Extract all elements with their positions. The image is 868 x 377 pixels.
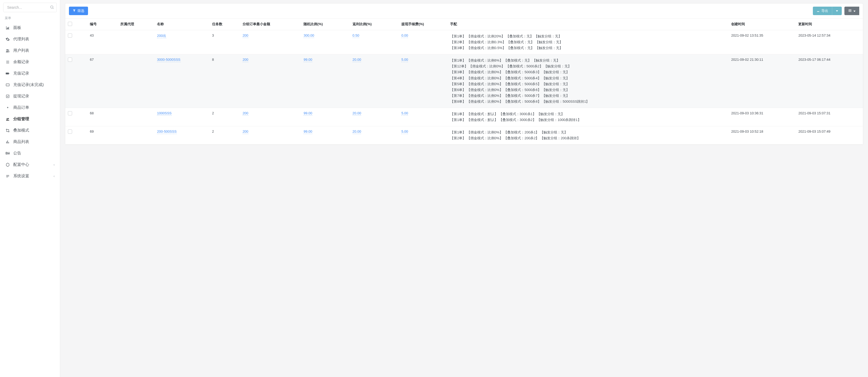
sidebar-item[interactable]: Bē公告 (3, 147, 57, 159)
sidebar-item[interactable]: 叠加模式 (3, 125, 57, 136)
cell-fee-link[interactable]: 5.00 (401, 111, 408, 116)
cell-fee-link[interactable]: 0.00 (401, 33, 408, 38)
data-table: 编号 所属代理 名称 任务数 分组订单最小金额 随机比例(%) 返利比例(%) … (65, 19, 863, 145)
table-row: 69200-500SSS220099.0020.005.00【第1单】 【佣金模… (65, 126, 863, 145)
sidebar-item-label: 配置中心 (13, 162, 29, 167)
row-checkbox[interactable] (68, 129, 72, 134)
folder-icon (5, 83, 10, 87)
sidebar-item[interactable]: 充值记录 (3, 68, 57, 79)
sidebar-item[interactable]: 分组管理 (3, 113, 57, 125)
export-dropdown-toggle[interactable] (832, 7, 842, 15)
cell-agent (118, 54, 154, 108)
sidebar-item[interactable]: 提现记录 (3, 90, 57, 102)
cell-rand-link[interactable]: 99.00 (304, 129, 312, 134)
cell-minamt-link[interactable]: 200 (243, 33, 248, 38)
filter-button[interactable]: 筛选 (69, 7, 88, 15)
search-input[interactable] (3, 3, 57, 12)
cell-rebate-link[interactable]: 20.00 (352, 129, 361, 134)
check-square-icon (5, 94, 10, 98)
cell-fee: 5.00 (399, 54, 447, 108)
sidebar-item[interactable]: 配置中心‹ (3, 159, 57, 170)
download-icon (816, 9, 820, 13)
cell-tasks: 3 (210, 30, 240, 54)
select-all-checkbox[interactable] (68, 22, 72, 26)
cell-minamt-link[interactable]: 200 (243, 111, 248, 116)
dot-icon (5, 106, 10, 110)
cell-minamt-link[interactable]: 200 (243, 58, 248, 62)
cell-fee-link[interactable]: 5.00 (401, 129, 408, 134)
th-min-amount[interactable]: 分组订单最小金额 (240, 19, 301, 30)
row-checkbox[interactable] (68, 58, 72, 62)
behance-icon: Bē (5, 151, 10, 155)
th-ctime[interactable]: 创建时间 (728, 19, 796, 30)
sidebar-item-label: 充值记录 (13, 71, 29, 76)
th-withdraw-fee[interactable]: 提现手续费(%) (399, 19, 447, 30)
cell-hand-text: 【第1单】 【佣金模式：比例0%】 【叠加模式：200杀1】 【触发分组：无】【… (450, 129, 726, 141)
cell-tasks-value: 2 (212, 111, 214, 115)
cell-rand: 300.00 (301, 30, 350, 54)
cell-rebate: 20.00 (350, 54, 399, 108)
sidebar-item[interactable]: 商品列表 (3, 136, 57, 147)
sidebar-item-label: 叠加模式 (13, 128, 29, 133)
cell-rebate-link[interactable]: 0.50 (352, 33, 359, 38)
cell-rand-link[interactable]: 300.00 (304, 33, 314, 38)
cell-utime-value: 2023-05-14 12:57:34 (798, 33, 830, 37)
th-name[interactable]: 名称 (154, 19, 209, 30)
sidebar-item[interactable]: 余额记录 (3, 56, 57, 68)
cell-minamt-link[interactable]: 200 (243, 129, 248, 134)
cell-ctime: 2021-09-03 10:52:18 (728, 126, 796, 145)
svg-point-13 (8, 118, 9, 119)
th-tasks[interactable]: 任务数 (210, 19, 240, 30)
cell-name-link[interactable]: 200出 (157, 34, 166, 38)
cell-name-link[interactable]: 200-500SSS (157, 129, 177, 134)
sidebar-item[interactable]: 用户列表 (3, 45, 57, 56)
columns-button[interactable] (844, 7, 859, 15)
cell-checkbox (65, 30, 87, 54)
sidebar-item[interactable]: 代理列表 (3, 33, 57, 45)
sidebar-item[interactable]: 商品订单 (3, 102, 57, 113)
export-button[interactable]: 导出 (813, 7, 832, 15)
cell-name-link[interactable]: 1000SSS (157, 111, 172, 116)
cell-hand-text: 【第1单】 【佣金模式：默认】 【叠加模式：3000杀1】 【触发分组：无】【第… (450, 111, 726, 123)
cell-rand-link[interactable]: 99.00 (304, 111, 312, 116)
cell-rebate-link[interactable]: 20.00 (352, 111, 361, 116)
cell-fee-link[interactable]: 5.00 (401, 58, 408, 62)
th-hand[interactable]: 手配 (447, 19, 728, 30)
table-row: 681000SSS220099.0020.005.00【第1单】 【佣金模式：默… (65, 108, 863, 126)
cell-hand: 【第1单】 【佣金模式：默认】 【叠加模式：3000杀1】 【触发分组：无】【第… (447, 108, 728, 126)
sidebar-item[interactable]: 充值记录(未完成) (3, 79, 57, 90)
sidebar-item-label: 分组管理 (13, 116, 29, 121)
cell-rand: 99.00 (301, 126, 350, 145)
row-checkbox[interactable] (68, 33, 72, 38)
th-random-ratio[interactable]: 随机比例(%) (301, 19, 350, 30)
cell-ctime: 2021-09-03 10:36:31 (728, 108, 796, 126)
cell-ctime-value: 2021-09-02 13:51:35 (731, 33, 763, 37)
cell-utime: 2021-09-03 15:07:49 (796, 126, 863, 145)
th-agent[interactable]: 所属代理 (118, 19, 154, 30)
table-row: 43200出3200300.000.500.00【第1单】 【佣金模式：比例20… (65, 30, 863, 54)
svg-rect-20 (849, 9, 851, 12)
cell-ctime: 2021-09-02 13:51:35 (728, 30, 796, 54)
cell-checkbox (65, 54, 87, 108)
th-rebate-ratio[interactable]: 返利比例(%) (350, 19, 399, 30)
cell-rebate-link[interactable]: 20.00 (352, 58, 361, 62)
toolbar-right: 导出 (813, 7, 859, 15)
cell-id-value: 68 (90, 111, 94, 115)
th-utime[interactable]: 更新时间 (796, 19, 863, 30)
sidebar-item[interactable]: 面板 (3, 22, 57, 33)
cell-rand: 99.00 (301, 108, 350, 126)
toolbar: 筛选 导出 (65, 3, 863, 19)
row-checkbox[interactable] (68, 111, 72, 115)
filter-label: 筛选 (78, 8, 84, 13)
sidebar-item-label: 充值记录(未完成) (13, 82, 44, 87)
sidebar-item-label: 面板 (13, 25, 21, 30)
cell-id: 68 (87, 108, 118, 126)
cell-rand-link[interactable]: 99.00 (304, 58, 312, 62)
cell-name-link[interactable]: 3000-5000SSS (157, 58, 180, 62)
menu-header: 菜单 (3, 16, 57, 22)
th-id[interactable]: 编号 (87, 19, 118, 30)
sidebar-item[interactable]: 系统设置‹ (3, 170, 57, 182)
cell-hand-text: 【第1单】 【佣金模式：比例6%】 【叠加模式：无】 【触发分组：无】【第12单… (450, 58, 726, 105)
cell-id-value: 43 (90, 33, 94, 37)
chevron-left-icon: ‹ (54, 163, 55, 167)
